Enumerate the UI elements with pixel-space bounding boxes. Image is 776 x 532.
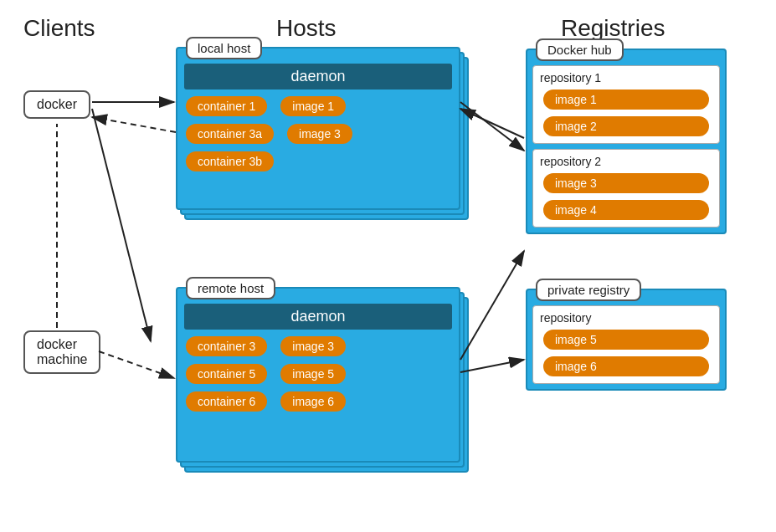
local-container-1: container 1 xyxy=(186,96,267,116)
docker-machine-client: docker machine xyxy=(23,330,100,374)
private-image-6: image 6 xyxy=(543,356,709,376)
repo-1: repository 1 image 1 image 2 xyxy=(532,65,720,144)
arrow-docker-to-remote xyxy=(92,109,151,341)
diagram: Clients Hosts Registries docker docker m… xyxy=(0,0,776,532)
remote-image-6: image 6 xyxy=(280,391,346,412)
local-container-3b: container 3b xyxy=(186,151,274,171)
local-daemon-bar: daemon xyxy=(184,64,452,90)
docker-hub-label: Docker hub xyxy=(536,38,624,61)
hosts-title: Hosts xyxy=(276,15,337,42)
private-registry-label: private registry xyxy=(536,279,641,301)
local-image-1: image 1 xyxy=(280,96,346,116)
docker-hub-registry: Docker hub repository 1 image 1 image 2 … xyxy=(526,49,727,234)
remote-container-5: container 5 xyxy=(186,364,267,384)
remote-daemon-bar: daemon xyxy=(184,304,452,330)
remote-host-label: remote host xyxy=(186,277,275,299)
local-row-3: container 3b xyxy=(182,150,454,173)
remote-container-3: container 3 xyxy=(186,336,267,356)
remote-container-6: container 6 xyxy=(186,391,267,412)
arrow-remote-to-dockerhub xyxy=(460,251,524,360)
remote-image-3: image 3 xyxy=(280,336,346,356)
local-image-3: image 3 xyxy=(287,124,352,144)
clients-title: Clients xyxy=(23,15,95,42)
hub-image-2: image 2 xyxy=(543,116,709,136)
hub-image-4: image 4 xyxy=(543,200,709,220)
arrow-remote-to-private xyxy=(460,360,524,372)
remote-image-5: image 5 xyxy=(280,364,346,384)
local-host-card-main: local host daemon container 1 image 1 co… xyxy=(176,47,460,210)
repo-2: repository 2 image 3 image 4 xyxy=(532,149,720,228)
private-repo-1: repository image 5 image 6 xyxy=(532,305,720,384)
private-registry: private registry repository image 5 imag… xyxy=(526,289,727,391)
local-row-2: container 3a image 3 xyxy=(182,122,454,146)
arrow-local-to-dockerhub xyxy=(460,102,524,151)
arrow-dockermachine-to-remote xyxy=(99,351,174,378)
arrow-dockerhub-to-local xyxy=(460,109,524,138)
hub-image-3: image 3 xyxy=(543,173,709,193)
hub-image-1: image 1 xyxy=(543,90,709,110)
remote-row-2: container 5 image 5 xyxy=(182,362,454,386)
remote-host-card-main: remote host daemon container 3 image 3 c… xyxy=(176,287,460,463)
local-host-label: local host xyxy=(186,37,262,59)
local-container-3a: container 3a xyxy=(186,124,274,144)
arrow-local-to-docker-dashed xyxy=(92,117,176,132)
docker-client: docker xyxy=(23,90,90,119)
remote-row-3: container 6 image 6 xyxy=(182,390,454,413)
local-row-1: container 1 image 1 xyxy=(182,95,454,118)
remote-row-1: container 3 image 3 xyxy=(182,335,454,358)
private-image-5: image 5 xyxy=(543,330,709,350)
